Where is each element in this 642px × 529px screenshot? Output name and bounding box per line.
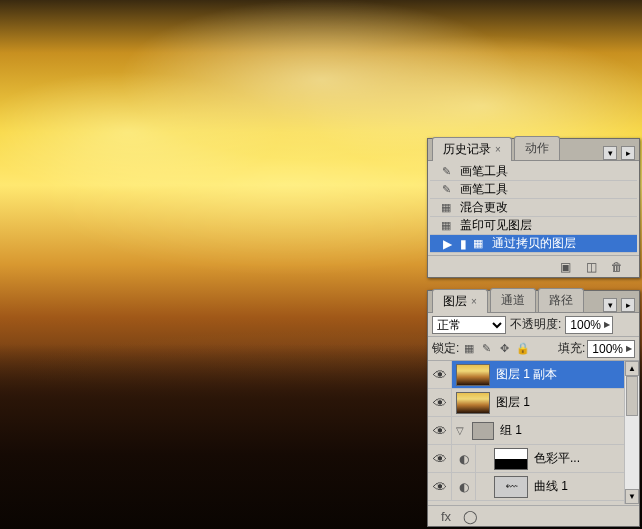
mask-thumb: [494, 448, 528, 470]
layer-row[interactable]: 👁 图层 1 副本: [428, 361, 639, 389]
eye-icon[interactable]: 👁: [433, 451, 447, 467]
history-list: ✎ 画笔工具 ✎ 画笔工具 ▦ 混合更改 ▦ 盖印可见图层 ▶ ▮ ▦ 通过拷贝…: [428, 161, 639, 255]
history-tabs: 历史记录× 动作 ▾ ▸: [428, 139, 639, 161]
disclose-icon[interactable]: ▽: [456, 425, 464, 436]
scrollbar[interactable]: ▲ ▼: [624, 361, 639, 504]
scroll-up-icon[interactable]: ▲: [625, 361, 639, 376]
panel-menu-icon[interactable]: ▸: [621, 146, 635, 160]
eye-icon[interactable]: 👁: [433, 423, 447, 439]
brush-icon: ✎: [438, 183, 454, 197]
layer-row[interactable]: 👁 ◐ ⬳曲线 1: [428, 473, 639, 501]
layer-name: 曲线 1: [534, 478, 568, 495]
history-row[interactable]: ✎ 画笔工具: [430, 181, 637, 199]
history-label: 混合更改: [454, 199, 508, 216]
scroll-down-icon[interactable]: ▼: [625, 489, 639, 504]
layer-icon: ▦: [438, 219, 454, 233]
lock-paint-icon[interactable]: ✎: [479, 341, 494, 356]
panel-minimize-icon[interactable]: ▾: [603, 298, 617, 312]
lock-fill-row: 锁定: ▦ ✎ ✥ 🔒 填充: 100%▶: [428, 337, 639, 361]
panel-minimize-icon[interactable]: ▾: [603, 146, 617, 160]
tab-history-label: 历史记录: [443, 142, 491, 156]
tab-history[interactable]: 历史记录×: [432, 137, 512, 161]
opacity-input[interactable]: 100%▶: [565, 316, 613, 334]
layer-thumb: [456, 364, 490, 386]
eye-icon[interactable]: 👁: [433, 367, 447, 383]
history-row[interactable]: ✎ 画笔工具: [430, 163, 637, 181]
tab-close-icon[interactable]: ×: [495, 144, 501, 155]
eye-icon[interactable]: 👁: [433, 395, 447, 411]
chevron-right-icon: ▶: [626, 344, 632, 353]
history-row[interactable]: ▦ 盖印可见图层: [430, 217, 637, 235]
history-label: 通过拷贝的图层: [486, 235, 576, 252]
history-label: 画笔工具: [454, 163, 508, 180]
history-label: 盖印可见图层: [454, 217, 532, 234]
history-play-icon: ▶: [438, 237, 456, 251]
layers-panel: 图层× 通道 路径 ▾ ▸ 正常 不透明度: 100%▶ 锁定: ▦ ✎ ✥ 🔒…: [427, 290, 640, 527]
layers-tabs: 图层× 通道 路径 ▾ ▸: [428, 291, 639, 313]
trash-icon[interactable]: 🗑: [609, 260, 625, 274]
scroll-thumb[interactable]: [626, 376, 638, 416]
layer-row[interactable]: 👁 ▽组 1: [428, 417, 639, 445]
adjust-icon: ◐: [452, 473, 476, 500]
lock-label: 锁定:: [432, 340, 459, 357]
opacity-value: 100%: [570, 318, 601, 332]
layer-name: 图层 1 副本: [496, 366, 557, 383]
layer-name: 组 1: [500, 422, 522, 439]
layer-row[interactable]: 👁 图层 1: [428, 389, 639, 417]
history-marker: ▮: [456, 237, 470, 251]
lock-move-icon[interactable]: ✥: [497, 341, 512, 356]
folder-icon: [472, 422, 494, 440]
blend-mode-select[interactable]: 正常: [432, 316, 506, 334]
new-doc-icon[interactable]: ◫: [583, 260, 599, 274]
chevron-right-icon: ▶: [604, 320, 610, 329]
panel-menu-icon[interactable]: ▸: [621, 298, 635, 312]
tab-layers-label: 图层: [443, 294, 467, 308]
tab-close-icon[interactable]: ×: [471, 296, 477, 307]
layer-thumb: [456, 392, 490, 414]
snapshot-icon[interactable]: ▣: [557, 260, 573, 274]
eye-icon[interactable]: 👁: [433, 479, 447, 495]
layer-icon: ▦: [470, 237, 486, 251]
tab-channels[interactable]: 通道: [490, 288, 536, 312]
lock-all-icon[interactable]: 🔒: [515, 341, 530, 356]
history-footer: ▣ ◫ 🗑: [428, 255, 639, 277]
history-row[interactable]: ▦ 混合更改: [430, 199, 637, 217]
fill-value: 100%: [592, 342, 623, 356]
curves-thumb: ⬳: [494, 476, 528, 498]
tab-actions[interactable]: 动作: [514, 136, 560, 160]
fill-input[interactable]: 100%▶: [587, 340, 635, 358]
blend-opacity-row: 正常 不透明度: 100%▶: [428, 313, 639, 337]
layers-footer: fx ◯: [428, 505, 639, 527]
layer-row[interactable]: 👁 ◐ 色彩平...: [428, 445, 639, 473]
layer-icon: ▦: [438, 201, 454, 215]
history-row[interactable]: ▶ ▮ ▦ 通过拷贝的图层: [430, 235, 637, 253]
tab-layers[interactable]: 图层×: [432, 289, 488, 313]
brush-icon: ✎: [438, 165, 454, 179]
adjust-icon: ◐: [452, 445, 476, 472]
layers-list: 👁 图层 1 副本 👁 图层 1 👁 ▽组 1 👁 ◐ 色彩平... 👁 ◐ ⬳…: [428, 361, 639, 505]
history-label: 画笔工具: [454, 181, 508, 198]
fill-label: 填充:: [558, 340, 585, 357]
opacity-label: 不透明度:: [510, 316, 561, 333]
fx-icon[interactable]: fx: [438, 509, 454, 525]
lock-transparency-icon[interactable]: ▦: [461, 341, 476, 356]
mask-icon[interactable]: ◯: [462, 509, 478, 525]
layer-name: 图层 1: [496, 394, 530, 411]
layer-name: 色彩平...: [534, 450, 580, 467]
tab-paths[interactable]: 路径: [538, 288, 584, 312]
history-panel: 历史记录× 动作 ▾ ▸ ✎ 画笔工具 ✎ 画笔工具 ▦ 混合更改 ▦ 盖印可见…: [427, 138, 640, 278]
